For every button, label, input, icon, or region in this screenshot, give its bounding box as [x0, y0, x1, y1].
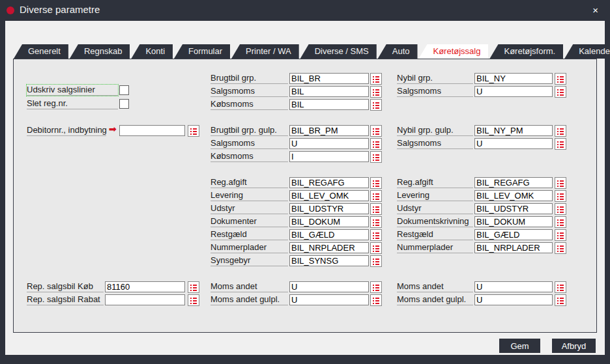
close-icon[interactable]: × — [592, 5, 598, 16]
lookup-icon[interactable] — [555, 190, 566, 202]
synsgebyr-input[interactable] — [289, 255, 369, 266]
tab-kalender-tid[interactable]: Kalender / Tid — [564, 44, 610, 59]
field-label: Levering — [211, 190, 288, 201]
kobsmoms-gulp-input[interactable] — [289, 151, 369, 162]
lookup-icon[interactable] — [555, 125, 566, 137]
tab-regnskab[interactable]: Regnskab — [70, 44, 130, 59]
lookup-icon[interactable] — [370, 86, 382, 98]
field-label: Nummerplader — [397, 242, 473, 253]
field-label: Moms andet gulpl. — [397, 294, 473, 305]
app-window: { "window": {"title": "Diverse parametre… — [0, 0, 610, 364]
moms-andet-ny-input[interactable] — [474, 281, 553, 292]
lookup-icon[interactable] — [555, 138, 566, 150]
lookup-icon[interactable] — [555, 216, 566, 228]
field-label: Moms andet gulpl. — [211, 294, 288, 305]
save-button[interactable]: Gem — [499, 339, 540, 353]
lookup-icon[interactable] — [370, 190, 382, 202]
nummerplader-input[interactable] — [289, 242, 369, 253]
dialog-body: Generelt Regnskab Konti Formular Printer… — [5, 21, 605, 355]
field-label: Levering — [397, 190, 473, 201]
restgaeld-ny-input[interactable] — [474, 229, 553, 240]
field-label: Restgæld — [211, 229, 288, 240]
slet-regnr-checkbox[interactable] — [119, 99, 129, 109]
moms-andet-gulpl-input[interactable] — [289, 294, 369, 305]
salgsmoms-ny-gulp-input[interactable] — [474, 138, 553, 149]
levering-input[interactable] — [289, 190, 369, 201]
tab-printer-wa[interactable]: Printer / WA — [231, 44, 299, 59]
moms-andet-gulpl-ny-input[interactable] — [474, 294, 553, 305]
tab-strip: Generelt Regnskab Konti Formular Printer… — [14, 44, 610, 59]
field-label: Salgsmoms — [397, 138, 473, 149]
tab-koretojssalg[interactable]: Køretøjssalg — [419, 44, 489, 59]
lookup-icon[interactable] — [370, 138, 382, 150]
lookup-icon[interactable] — [555, 86, 566, 98]
lookup-icon[interactable] — [370, 216, 382, 228]
lookup-icon[interactable] — [370, 73, 382, 85]
lookup-icon[interactable] — [188, 281, 199, 293]
field-label: Rep. salgsbil Rabat — [27, 294, 104, 305]
regafgift-input[interactable] — [289, 177, 369, 188]
dokumentskrivning-input[interactable] — [474, 216, 553, 227]
tab-koretojsform[interactable]: Køretøjsform. — [489, 44, 563, 59]
field-label: Købsmoms — [211, 99, 288, 110]
salgsmoms-gulp-input[interactable] — [289, 138, 369, 149]
lookup-icon[interactable] — [370, 203, 382, 215]
field-label: Dokumenter — [211, 216, 288, 227]
lookup-icon[interactable] — [370, 99, 382, 111]
rep-salgsbil-kob-input[interactable] — [105, 281, 185, 292]
window-title: Diverse parametre — [20, 4, 100, 15]
field-label: Restgæld — [397, 229, 473, 240]
lookup-icon[interactable] — [370, 255, 382, 267]
lookup-icon[interactable] — [188, 294, 199, 306]
tab-panel-koretojssalg: Udskriv salgslinier Slet reg.nr. Debitor… — [13, 59, 597, 333]
required-arrow-icon: ➡ — [109, 124, 117, 134]
nummerplader-ny-input[interactable] — [474, 242, 553, 253]
cancel-button[interactable]: Afbryd — [552, 339, 596, 353]
udstyr-ny-input[interactable] — [474, 203, 553, 214]
regafgift-ny-input[interactable] — [474, 177, 553, 188]
lookup-icon[interactable] — [555, 229, 566, 241]
restgaeld-input[interactable] — [289, 229, 369, 240]
lookup-icon[interactable] — [555, 203, 566, 215]
field-label: Salgsmoms — [211, 138, 288, 149]
title-bar: Diverse parametre × — [0, 0, 610, 21]
tab-generelt[interactable]: Generelt — [14, 44, 68, 59]
nybil-grp-gulp-input[interactable] — [474, 125, 553, 136]
field-label: Moms andet — [211, 281, 288, 292]
debitornr-indbytning-input[interactable] — [119, 125, 185, 136]
lookup-icon[interactable] — [370, 151, 382, 163]
lookup-icon[interactable] — [188, 125, 199, 137]
lookup-icon[interactable] — [555, 294, 566, 306]
udskriv-salgslinier-checkbox[interactable] — [119, 85, 129, 95]
tab-auto[interactable]: Auto — [378, 44, 418, 59]
tab-formular[interactable]: Formular — [174, 44, 230, 59]
lookup-icon[interactable] — [555, 242, 566, 254]
lookup-icon[interactable] — [370, 242, 382, 254]
nybil-grp-input[interactable] — [474, 73, 553, 84]
lookup-icon[interactable] — [370, 177, 382, 189]
salgsmoms-ny-input[interactable] — [474, 86, 553, 97]
lookup-icon[interactable] — [370, 125, 382, 137]
field-label: Brugtbil grp. — [211, 73, 288, 84]
brugtbil-grp-gulp-input[interactable] — [289, 125, 369, 136]
lookup-icon[interactable] — [555, 73, 566, 85]
lookup-icon[interactable] — [555, 177, 566, 189]
brugtbil-grp-input[interactable] — [289, 73, 369, 84]
kobsmoms-input[interactable] — [289, 99, 369, 110]
rep-salgsbil-rabat-input[interactable] — [105, 294, 185, 305]
udstyr-input[interactable] — [289, 203, 369, 214]
lookup-icon[interactable] — [555, 281, 566, 293]
moms-andet-input[interactable] — [289, 281, 369, 292]
field-label: Reg.afgift — [397, 177, 473, 188]
tab-konti[interactable]: Konti — [131, 44, 173, 59]
field-label: Nybil grp. — [397, 73, 473, 84]
lookup-icon[interactable] — [370, 294, 382, 306]
field-label: Reg.afgift — [211, 177, 288, 188]
field-label: Debitornr., indbytning — [27, 125, 106, 136]
lookup-icon[interactable] — [370, 229, 382, 241]
lookup-icon[interactable] — [370, 281, 382, 293]
tab-diverse-sms[interactable]: Diverse / SMS — [300, 44, 377, 59]
dokumenter-input[interactable] — [289, 216, 369, 227]
salgsmoms-input[interactable] — [289, 86, 369, 97]
levering-ny-input[interactable] — [474, 190, 553, 201]
